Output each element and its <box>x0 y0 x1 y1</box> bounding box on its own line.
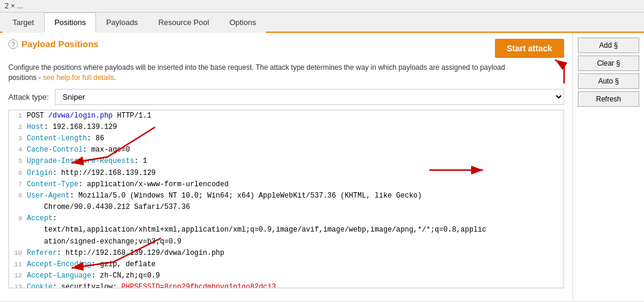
help-icon[interactable]: ? <box>8 39 18 49</box>
code-line: 8User-Agent: Mozilla/5.0 (Windows NT 10.… <box>9 190 564 213</box>
attack-type-select[interactable]: Sniper Battering ram Pitchfork Cluster b… <box>55 89 564 105</box>
code-line: 2Host: 192.168.139.129 <box>9 122 564 133</box>
code-line: 5Upgrade-Insecure-Requests: 1 <box>9 156 564 167</box>
line-number: 4 <box>9 144 26 156</box>
line-number: 11 <box>9 259 26 270</box>
line-number: 5 <box>9 156 26 167</box>
right-panel: Add § Clear § Auto § Refresh <box>572 33 644 301</box>
code-line: 1POST /dvwa/login.php HTTP/1.1 <box>9 110 564 122</box>
line-number: 8 <box>9 190 26 202</box>
line-number: 13 <box>9 282 26 288</box>
tab-bar: Target Positions Payloads Resource Pool … <box>0 13 644 33</box>
tab-positions[interactable]: Positions <box>44 13 96 33</box>
page-title: Payload Positions <box>21 39 98 49</box>
add-button[interactable]: Add § <box>578 38 639 53</box>
line-content: Accept-Language: zh-CN,zh;q=0.9 <box>26 270 564 282</box>
tab-options[interactable]: Options <box>219 13 267 33</box>
code-line: 3Content-Length: 86 <box>9 133 564 144</box>
line-number: 1 <box>9 110 26 122</box>
code-line: 10Referer: http://192.168.139.129/dvwa/l… <box>9 248 564 259</box>
tab-count: 2 × <box>5 2 15 10</box>
code-area[interactable]: 1POST /dvwa/login.php HTTP/1.12Host: 192… <box>8 110 564 288</box>
line-number: 2 <box>9 122 26 133</box>
left-panel: ? Payload Positions Start attack Configu <box>0 33 572 301</box>
code-line: 7Content-Type: application/x-www-form-ur… <box>9 179 564 190</box>
line-content: Upgrade-Insecure-Requests: 1 <box>26 156 564 167</box>
attack-type-row: Attack type: Sniper Battering ram Pitchf… <box>8 89 564 105</box>
refresh-button[interactable]: Refresh <box>578 91 639 107</box>
line-content: Content-Length: 86 <box>26 133 564 144</box>
tab-payloads[interactable]: Payloads <box>96 13 148 33</box>
line-number: 10 <box>9 248 26 259</box>
title-ellipsis: ... <box>17 2 23 10</box>
line-content: User-Agent: Mozilla/5.0 (Windows NT 10.0… <box>26 190 564 213</box>
line-content: Accept: text/html,application/xhtml+xml,… <box>26 213 564 248</box>
code-line: 13Cookie: security=low; PHPSESSID=8rnp29… <box>9 282 564 288</box>
code-line: 11Accept-Encoding: gzip, deflate <box>9 259 564 270</box>
line-number: 3 <box>9 133 26 144</box>
line-number: 7 <box>9 179 26 190</box>
tab-resource-pool[interactable]: Resource Pool <box>148 13 219 33</box>
main-content: ? Payload Positions Start attack Configu <box>0 33 644 301</box>
description: Configure the positions where payloads w… <box>8 63 533 83</box>
line-number: 9 <box>9 213 26 224</box>
arrow-to-start-svg <box>534 57 570 87</box>
code-line: 6Origin: http://192.168.139.129 <box>9 168 564 179</box>
line-content: Cookie: security=low; PHPSESSID=8rnp29fb… <box>26 282 564 288</box>
line-number: 6 <box>9 168 26 179</box>
section-header: ? Payload Positions Start attack <box>8 39 564 58</box>
code-line: 4Cache-Control: max-age=0 <box>9 144 564 156</box>
tab-target[interactable]: Target <box>2 13 44 33</box>
line-content: Host: 192.168.139.129 <box>26 122 564 133</box>
help-link[interactable]: see help for full details <box>43 73 114 82</box>
line-content: Content-Type: application/x-www-form-url… <box>26 179 564 190</box>
title-bar: 2 × ... <box>0 0 644 13</box>
line-number: 12 <box>9 270 26 282</box>
start-attack-area: Start attack <box>495 39 564 58</box>
line-content: POST /dvwa/login.php HTTP/1.1 <box>26 110 564 122</box>
code-line: 9Accept: text/html,application/xhtml+xml… <box>9 213 564 248</box>
auto-button[interactable]: Auto § <box>578 73 639 89</box>
line-content: Accept-Encoding: gzip, deflate <box>26 259 564 270</box>
clear-button[interactable]: Clear § <box>578 56 639 71</box>
line-content: Cache-Control: max-age=0 <box>26 144 564 156</box>
line-content: Origin: http://192.168.139.129 <box>26 168 564 179</box>
attack-type-label: Attack type: <box>8 93 49 101</box>
start-attack-button[interactable]: Start attack <box>495 39 564 58</box>
code-line: 12Accept-Language: zh-CN,zh;q=0.9 <box>9 270 564 282</box>
section-title-area: ? Payload Positions <box>8 39 98 49</box>
line-content: Referer: http://192.168.139.129/dvwa/log… <box>26 248 564 259</box>
